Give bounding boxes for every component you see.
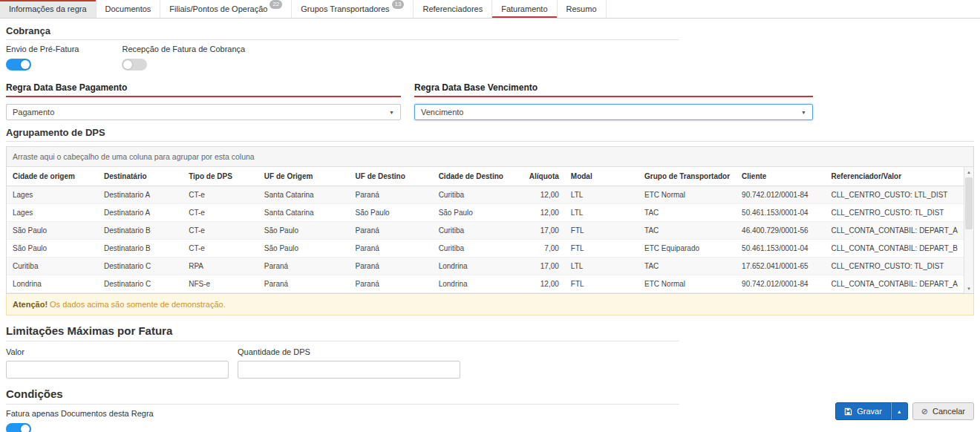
tab-resumo[interactable]: Resumo bbox=[558, 0, 607, 18]
table-cell: 17,00 bbox=[523, 258, 565, 275]
envio-pre-fatura-toggle[interactable] bbox=[6, 59, 31, 71]
table-cell: TAC bbox=[638, 222, 736, 240]
table-cell: São Paulo bbox=[258, 222, 350, 240]
scrollbar-track[interactable] bbox=[964, 177, 973, 284]
table-cell: Santa Catarina bbox=[258, 186, 350, 204]
save-options-button[interactable]: ▲ bbox=[891, 402, 908, 420]
table-cell: Lages bbox=[7, 204, 98, 222]
save-icon bbox=[844, 408, 852, 416]
table-cell: 46.400.729/0001-56 bbox=[736, 222, 825, 240]
scroll-up-icon[interactable]: ▲ bbox=[964, 167, 973, 177]
table-cell: FTL bbox=[565, 222, 638, 240]
warning-text: Os dados acima são somente de demonstraç… bbox=[50, 300, 226, 309]
tab-informacoes-da-regra[interactable]: Informações da regra bbox=[0, 0, 97, 18]
tab-bar: Informações da regra Documentos Filiais/… bbox=[0, 0, 980, 19]
tab-faturamento[interactable]: Faturamento bbox=[492, 0, 557, 18]
column-header[interactable]: Referenciador/Valor bbox=[826, 167, 964, 186]
save-button[interactable]: Gravar bbox=[835, 402, 891, 420]
column-header[interactable]: UF de Origem bbox=[258, 167, 350, 186]
selected-value: Pagamento bbox=[13, 108, 54, 117]
tab-grupos-transportadores[interactable]: Grupos Transportadores13 bbox=[292, 0, 414, 18]
table-cell: NFS-e bbox=[183, 275, 258, 293]
column-header[interactable]: Cliente bbox=[736, 167, 825, 186]
table-cell: 17.652.041/0001-65 bbox=[736, 258, 825, 275]
table-cell: RPA bbox=[183, 258, 258, 275]
column-header[interactable]: Modal bbox=[565, 167, 638, 186]
column-header[interactable]: Grupo de Transportador bbox=[638, 167, 736, 186]
table-cell: LTL bbox=[565, 186, 638, 204]
table-row[interactable]: São PauloDestinatario BCT-eSão PauloPara… bbox=[7, 240, 964, 258]
regra-pagamento-title: Regra Data Base Pagamento bbox=[6, 82, 401, 97]
quantidade-dps-input[interactable] bbox=[238, 361, 460, 379]
table-cell: 12,00 bbox=[523, 186, 565, 204]
regra-data-base-row: Regra Data Base Pagamento Pagamento ▼ Re… bbox=[6, 82, 974, 120]
regra-vencimento-select[interactable]: Vencimento ▼ bbox=[414, 104, 813, 120]
table-header: Cidade de origemDestinatárioTipo de DPSU… bbox=[7, 167, 964, 186]
regra-pagamento-column: Regra Data Base Pagamento Pagamento ▼ bbox=[6, 82, 401, 120]
table-cell: LTL bbox=[565, 204, 638, 222]
scroll-down-icon[interactable]: ▼ bbox=[964, 284, 973, 293]
tab-filiais-pontos-operacao[interactable]: Filiais/Pontos de Operação22 bbox=[160, 0, 292, 18]
table-cell: CT-e bbox=[183, 240, 258, 258]
table-cell: Paraná bbox=[350, 258, 433, 275]
table-cell: Curitiba bbox=[7, 258, 98, 275]
recepcao-fatura-toggle[interactable] bbox=[122, 59, 147, 71]
column-header[interactable]: Tipo de DPS bbox=[183, 167, 258, 186]
valor-label: Valor bbox=[6, 347, 229, 356]
count-badge: 13 bbox=[392, 0, 405, 9]
table-cell: Curitiba bbox=[433, 186, 523, 204]
save-button-label: Gravar bbox=[857, 407, 882, 416]
table-row[interactable]: São PauloDestinatario BCT-eSão PauloPara… bbox=[7, 222, 964, 240]
table-cell: CLL_CENTRO_CUSTO: TL_DIST bbox=[826, 258, 964, 275]
fatura-apenas-documentos-toggle[interactable] bbox=[6, 423, 31, 432]
table-cell: TAC bbox=[638, 204, 736, 222]
table-cell: Destinatario B bbox=[98, 222, 183, 240]
quantidade-dps-field-group: Quantidade de DPS bbox=[238, 347, 460, 379]
column-header[interactable]: Alíquota bbox=[523, 167, 565, 186]
cobranca-toggles: Envio de Pré-Fatura Recepção de Fatura d… bbox=[6, 45, 974, 71]
tab-documentos[interactable]: Documentos bbox=[97, 0, 161, 18]
tab-label: Referenciadores bbox=[422, 4, 483, 13]
save-split-button: Gravar ▲ bbox=[835, 402, 908, 420]
table-cell: FTL bbox=[565, 240, 638, 258]
table-cell: 17,00 bbox=[523, 222, 565, 240]
limitacoes-fields: Valor Quantidade de DPS bbox=[6, 347, 974, 379]
table-cell: Destinatario C bbox=[98, 258, 183, 275]
table-cell: Destinatario B bbox=[98, 240, 183, 258]
table-cell: CLL_CENTRO_CUSTO: LTL_DIST bbox=[826, 186, 964, 204]
table-cell: ETC Equiparado bbox=[638, 240, 736, 258]
table-cell: FTL bbox=[565, 275, 638, 293]
table-cell: CT-e bbox=[183, 186, 258, 204]
warning-title: Atenção! bbox=[13, 300, 48, 309]
tab-label: Resumo bbox=[566, 4, 597, 13]
column-header[interactable]: UF de Destino bbox=[350, 167, 433, 186]
toggle-label: Envio de Pré-Fatura bbox=[6, 45, 79, 53]
chevron-down-icon: ▼ bbox=[389, 110, 394, 115]
table-cell: Destinatario A bbox=[98, 186, 183, 204]
table-row[interactable]: CuritibaDestinatario CRPAParanáParanáLon… bbox=[7, 258, 964, 275]
section-title-limitacoes: Limitações Máximas por Fatura bbox=[6, 315, 679, 341]
table-cell: CT-e bbox=[183, 204, 258, 222]
condicoes-toggles: Fatura apenas Documentos desta Regra bbox=[6, 409, 974, 432]
section-title-agrupamento: Agrupamento de DPS bbox=[6, 120, 974, 142]
toggle-label: Recepção de Fatura de Cobrança bbox=[122, 45, 245, 53]
toggle-label: Fatura apenas Documentos desta Regra bbox=[6, 409, 154, 418]
table-cell: CLL_CENTRO_CUSTO: TL_DIST bbox=[826, 204, 964, 222]
selected-value: Vencimento bbox=[421, 108, 463, 117]
scrollbar-thumb[interactable] bbox=[965, 177, 973, 229]
column-header[interactable]: Destinatário bbox=[98, 167, 183, 186]
table-row[interactable]: LondrinaDestinatario CNFS-eParanáParanáL… bbox=[7, 275, 964, 293]
grid-group-drop-area[interactable]: Arraste aqui o cabeçalho de uma coluna p… bbox=[7, 147, 973, 167]
tab-referenciadores[interactable]: Referenciadores bbox=[414, 0, 492, 18]
table-row[interactable]: LagesDestinatario ACT-eSanta CatarinaSão… bbox=[7, 204, 964, 222]
table-cell: Curitiba bbox=[433, 222, 523, 240]
column-header[interactable]: Cidade de origem bbox=[7, 167, 98, 186]
table-row[interactable]: LagesDestinatario ACT-eSanta CatarinaPar… bbox=[7, 186, 964, 204]
table-cell: CLL_CONTA_CONTABIL: DEPART_A bbox=[826, 275, 964, 293]
table-body: LagesDestinatario ACT-eSanta CatarinaPar… bbox=[7, 186, 964, 293]
regra-pagamento-select[interactable]: Pagamento ▼ bbox=[6, 104, 401, 120]
valor-input[interactable] bbox=[6, 361, 229, 379]
vertical-scrollbar[interactable]: ▲ ▼ bbox=[964, 167, 973, 293]
cancel-button[interactable]: ⊘ Cancelar bbox=[912, 402, 974, 420]
column-header[interactable]: Cidade de Destino bbox=[433, 167, 523, 186]
